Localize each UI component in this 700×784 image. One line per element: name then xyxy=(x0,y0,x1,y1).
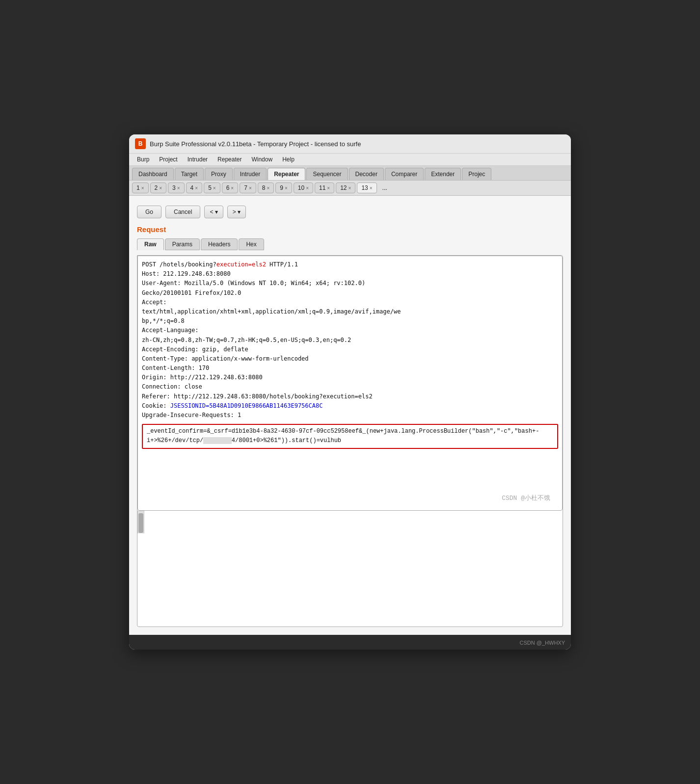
req-line1: POST /hotels/booking?execution=els2 HTTP… xyxy=(142,261,298,268)
scrollbar-thumb[interactable] xyxy=(138,513,143,533)
req-line12: Content-Length: 170 xyxy=(142,365,209,371)
burp-icon: B xyxy=(135,138,146,149)
tab-sequencer[interactable]: Sequencer xyxy=(306,168,348,180)
close-tab-12-icon[interactable]: × xyxy=(349,185,351,191)
prev-icon: < ▾ xyxy=(210,209,217,215)
tab-extender[interactable]: Extender xyxy=(425,168,461,180)
close-tab-5-icon[interactable]: × xyxy=(213,185,216,191)
close-tab-9-icon[interactable]: × xyxy=(285,185,288,191)
menu-intruder[interactable]: Intruder xyxy=(184,155,212,164)
num-tab-10[interactable]: 10 × xyxy=(294,183,313,193)
watermark-text: CSDN @小杜不饿 xyxy=(502,494,550,502)
footer-bar: CSDN @_HWHXY xyxy=(129,635,571,650)
req-line17: Upgrade-Insecure-Requests: 1 xyxy=(142,412,241,418)
request-wrapper: POST /hotels/booking?execution=els2 HTTP… xyxy=(137,255,563,627)
num-tab-2[interactable]: 2 × xyxy=(150,183,167,193)
number-tab-bar: 1 × 2 × 3 × 4 × 5 × 6 × 7 × 8 × xyxy=(129,181,571,196)
menu-repeater[interactable]: Repeater xyxy=(214,155,245,164)
tab-decoder[interactable]: Decoder xyxy=(349,168,384,180)
next-icon: > ▾ xyxy=(233,209,241,215)
request-body[interactable]: POST /hotels/booking?execution=els2 HTTP… xyxy=(137,256,563,511)
request-body-container[interactable]: POST /hotels/booking?execution=els2 HTTP… xyxy=(137,255,563,627)
num-tab-7[interactable]: 7 × xyxy=(240,183,256,193)
payload-box[interactable]: _eventId_confirm=&_csrf=d1b1e3b4-8a32-46… xyxy=(142,424,558,448)
req-line5: Accept: xyxy=(142,299,167,306)
tab-repeater[interactable]: Repeater xyxy=(268,168,305,180)
tab-dashboard[interactable]: Dashboard xyxy=(132,168,174,180)
close-tab-1-icon[interactable]: × xyxy=(141,185,144,191)
menu-project[interactable]: Project xyxy=(155,155,181,164)
go-button[interactable]: Go xyxy=(137,206,162,218)
scrollbar[interactable] xyxy=(137,511,144,533)
num-tab-8[interactable]: 8 × xyxy=(258,183,274,193)
burp-suite-window: B Burp Suite Professional v2.0.11beta - … xyxy=(129,134,571,650)
close-tab-10-icon[interactable]: × xyxy=(306,185,309,191)
request-tab-bar: Raw Params Headers Hex xyxy=(137,238,563,250)
request-section-title: Request xyxy=(137,225,563,234)
req-line10: Accept-Encoding: gzip, deflate xyxy=(142,346,248,353)
num-tab-5[interactable]: 5 × xyxy=(204,183,220,193)
num-tab-4[interactable]: 4 × xyxy=(186,183,203,193)
num-tab-1[interactable]: 1 × xyxy=(132,183,149,193)
cancel-button[interactable]: Cancel xyxy=(165,206,200,218)
req-line15: Referer: http://212.129.248.63:8080/hote… xyxy=(142,393,373,400)
close-tab-8-icon[interactable]: × xyxy=(267,185,269,191)
tab-proxy[interactable]: Proxy xyxy=(205,168,233,180)
tab-target[interactable]: Target xyxy=(175,168,204,180)
num-tab-9[interactable]: 9 × xyxy=(275,183,292,193)
req-line14: Connection: close xyxy=(142,383,202,390)
prev-button[interactable]: < ▾ xyxy=(204,206,223,218)
tab-comparer[interactable]: Comparer xyxy=(385,168,424,180)
main-tab-bar: Dashboard Target Proxy Intruder Repeater… xyxy=(129,166,571,181)
close-tab-2-icon[interactable]: × xyxy=(159,185,162,191)
num-tab-12[interactable]: 12 × xyxy=(336,183,355,193)
close-tab-6-icon[interactable]: × xyxy=(231,185,234,191)
num-tab-11[interactable]: 11 × xyxy=(315,183,334,193)
req-line9: zh-CN,zh;q=0.8,zh-TW;q=0.7,zh-HK;q=0.5,e… xyxy=(142,337,351,343)
tab-intruder[interactable]: Intruder xyxy=(234,168,267,180)
close-tab-4-icon[interactable]: × xyxy=(195,185,198,191)
req-line16: Cookie: JSESSIONID=5B48A1D0910E9866AB114… xyxy=(142,402,323,409)
menu-help[interactable]: Help xyxy=(278,155,298,164)
next-button[interactable]: > ▾ xyxy=(227,206,246,218)
footer-watermark: CSDN @_HWHXY xyxy=(520,640,565,646)
close-tab-7-icon[interactable]: × xyxy=(249,185,252,191)
title-bar: B Burp Suite Professional v2.0.11beta - … xyxy=(129,134,571,154)
req-line4: Gecko/20100101 Firefox/102.0 xyxy=(142,289,241,296)
controls-row: Go Cancel < ▾ > ▾ xyxy=(137,204,563,220)
req-line11: Content-Type: application/x-www-form-url… xyxy=(142,355,309,362)
close-tab-11-icon[interactable]: × xyxy=(327,185,330,191)
req-tab-hex[interactable]: Hex xyxy=(239,238,264,250)
req-line3: User-Agent: Mozilla/5.0 (Windows NT 10.0… xyxy=(142,280,365,287)
req-line7: bp,*/*;q=0.8 xyxy=(142,317,185,324)
more-tabs-button[interactable]: ... xyxy=(378,183,391,193)
req-line8: Accept-Language: xyxy=(142,327,199,334)
close-tab-13-icon[interactable]: × xyxy=(370,185,373,191)
req-line2: Host: 212.129.248.63:8080 xyxy=(142,270,231,277)
num-tab-6[interactable]: 6 × xyxy=(222,183,239,193)
req-line6: text/html,application/xhtml+xml,applicat… xyxy=(142,308,401,315)
request-text: POST /hotels/booking?execution=els2 HTTP… xyxy=(142,260,558,420)
req-tab-raw[interactable]: Raw xyxy=(137,238,164,250)
payload-text: _eventId_confirm=&_csrf=d1b1e3b4-8a32-46… xyxy=(147,428,539,444)
menu-window[interactable]: Window xyxy=(247,155,276,164)
req-line13: Origin: http://212.129.248.63:8080 xyxy=(142,374,263,381)
tab-project[interactable]: Projec xyxy=(462,168,491,180)
req-tab-headers[interactable]: Headers xyxy=(201,238,238,250)
num-tab-3[interactable]: 3 × xyxy=(168,183,185,193)
content-area: Go Cancel < ▾ > ▾ Request Raw Params Hea… xyxy=(129,196,571,635)
menu-burp[interactable]: Burp xyxy=(133,155,153,164)
window-title: Burp Suite Professional v2.0.11beta - Te… xyxy=(150,140,361,148)
req-tab-params[interactable]: Params xyxy=(165,238,200,250)
menu-bar: Burp Project Intruder Repeater Window He… xyxy=(129,154,571,166)
close-tab-3-icon[interactable]: × xyxy=(177,185,180,191)
num-tab-13[interactable]: 13 × xyxy=(357,183,377,193)
